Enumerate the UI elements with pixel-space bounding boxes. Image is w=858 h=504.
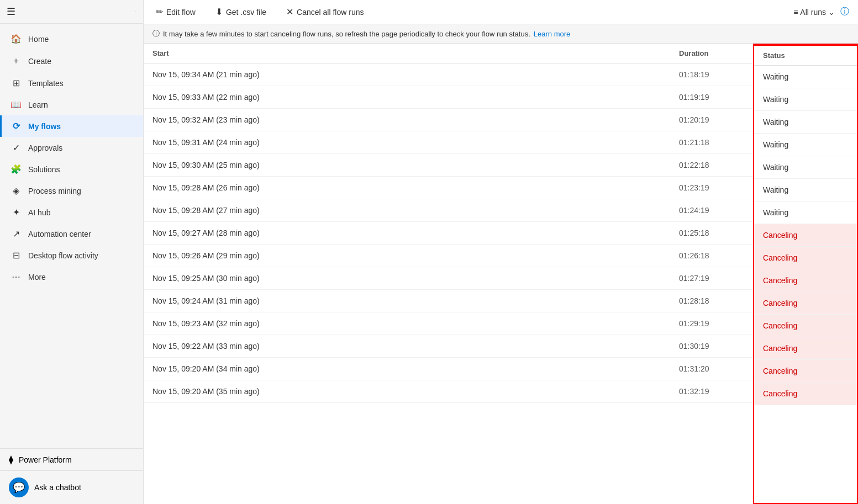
table-row[interactable]: Nov 15, 09:24 AM (31 min ago) 01:28:18 xyxy=(144,290,753,312)
all-runs-label: All runs xyxy=(800,8,826,17)
toolbar-info-icon[interactable]: ⓘ xyxy=(840,6,849,18)
hamburger-icon[interactable]: ☰ xyxy=(7,6,15,18)
status-panel: Status WaitingWaitingWaitingWaitingWaiti… xyxy=(753,44,858,504)
table-row[interactable]: Nov 15, 09:30 AM (25 min ago) 01:22:18 xyxy=(144,154,753,177)
chatbot-label: Ask a chatbot xyxy=(34,483,81,492)
table-row[interactable]: Nov 15, 09:28 AM (27 min ago) 01:24:19 xyxy=(144,199,753,222)
sidebar-top: ☰ · xyxy=(0,0,143,24)
cell-start: Nov 15, 09:22 AM (33 min ago) xyxy=(144,335,670,358)
sidebar-item-more[interactable]: ⋯More xyxy=(0,266,143,288)
status-cell: Waiting xyxy=(754,201,857,224)
solutions-icon: 🧩 xyxy=(10,164,22,174)
download-icon: ⬇ xyxy=(215,7,223,17)
sidebar-item-learn[interactable]: 📖Learn xyxy=(0,94,143,115)
cell-duration: 01:30:19 xyxy=(670,335,753,358)
cell-duration: 01:28:18 xyxy=(670,290,753,312)
sidebar-dot: · xyxy=(135,9,136,14)
table-row[interactable]: Nov 15, 09:23 AM (32 min ago) 01:29:19 xyxy=(144,312,753,335)
status-cell: Canceling xyxy=(754,292,857,315)
table-row[interactable]: Nov 15, 09:20 AM (35 min ago) 01:32:19 xyxy=(144,380,753,403)
table-row[interactable]: Nov 15, 09:33 AM (22 min ago) 01:19:19 xyxy=(144,86,753,109)
all-runs-button[interactable]: ≡ All runs ⌄ xyxy=(793,8,835,17)
sidebar-bottom: 💬 Ask a chatbot xyxy=(0,470,143,504)
sidebar-nav: 🏠Home＋Create⊞Templates📖Learn⟳My flows✓Ap… xyxy=(0,24,143,448)
approvals-icon: ✓ xyxy=(10,142,22,153)
cell-start: Nov 15, 09:20 AM (34 min ago) xyxy=(144,358,670,380)
edit-flow-button[interactable]: ✏ Edit flow xyxy=(152,4,199,19)
cell-duration: 01:22:18 xyxy=(670,154,753,177)
chevron-down-icon: ⌄ xyxy=(828,8,835,17)
table-area: Start Duration Nov 15, 09:34 AM (21 min … xyxy=(144,44,858,504)
table-row[interactable]: Nov 15, 09:27 AM (28 min ago) 01:25:18 xyxy=(144,222,753,245)
sidebar-item-solutions[interactable]: 🧩Solutions xyxy=(0,158,143,180)
sidebar-item-label: Process mining xyxy=(28,187,81,195)
status-cell: Canceling xyxy=(754,269,857,292)
cell-start: Nov 15, 09:32 AM (23 min ago) xyxy=(144,109,670,131)
cell-start: Nov 15, 09:26 AM (29 min ago) xyxy=(144,245,670,267)
more-icon: ⋯ xyxy=(10,272,22,282)
sidebar-item-create[interactable]: ＋Create xyxy=(0,50,143,72)
edit-flow-label: Edit flow xyxy=(166,8,196,17)
info-bar: ⓘ It may take a few minutes to start can… xyxy=(144,24,858,44)
sidebar-item-label: Automation center xyxy=(28,230,91,238)
get-csv-button[interactable]: ⬇ Get .csv file xyxy=(212,4,270,19)
main-content: ✏ Edit flow ⬇ Get .csv file ✕ Cancel all… xyxy=(144,0,858,504)
table-row[interactable]: Nov 15, 09:26 AM (29 min ago) 01:26:18 xyxy=(144,245,753,267)
table-row[interactable]: Nov 15, 09:28 AM (26 min ago) 01:23:19 xyxy=(144,177,753,199)
my-flows-icon: ⟳ xyxy=(10,121,22,131)
status-cell: Canceling xyxy=(754,224,857,247)
table-row[interactable]: Nov 15, 09:22 AM (33 min ago) 01:30:19 xyxy=(144,335,753,358)
sidebar-item-label: Learn xyxy=(28,100,48,109)
cell-start: Nov 15, 09:30 AM (25 min ago) xyxy=(144,154,670,177)
sidebar-item-approvals[interactable]: ✓Approvals xyxy=(0,137,143,158)
cell-start: Nov 15, 09:27 AM (28 min ago) xyxy=(144,222,670,245)
cell-duration: 01:26:18 xyxy=(670,245,753,267)
table-row[interactable]: Nov 15, 09:34 AM (21 min ago) 01:18:19 xyxy=(144,63,753,86)
sidebar-item-ai-hub[interactable]: ✦AI hub xyxy=(0,201,143,223)
table-row[interactable]: Nov 15, 09:32 AM (23 min ago) 01:20:19 xyxy=(144,109,753,131)
status-cell: Canceling xyxy=(754,247,857,269)
sidebar-item-label: Templates xyxy=(28,79,64,88)
cell-start: Nov 15, 09:28 AM (26 min ago) xyxy=(144,177,670,199)
power-platform-item[interactable]: ⧫ Power Platform xyxy=(0,448,143,470)
toolbar: ✏ Edit flow ⬇ Get .csv file ✕ Cancel all… xyxy=(144,0,858,24)
sidebar-item-label: Home xyxy=(28,35,49,44)
sidebar-item-home[interactable]: 🏠Home xyxy=(0,28,143,50)
learn-more-link[interactable]: Learn more xyxy=(534,30,570,38)
table-row[interactable]: Nov 15, 09:20 AM (34 min ago) 01:31:20 xyxy=(144,358,753,380)
sidebar-item-my-flows[interactable]: ⟳My flows xyxy=(0,115,143,137)
cell-start: Nov 15, 09:31 AM (24 min ago) xyxy=(144,131,670,154)
sidebar-item-label: Solutions xyxy=(28,165,60,174)
sidebar-item-label: Create xyxy=(28,57,51,66)
status-cell: Waiting xyxy=(754,134,857,156)
power-platform-label: Power Platform xyxy=(19,455,72,464)
sidebar: ☰ · 🏠Home＋Create⊞Templates📖Learn⟳My flow… xyxy=(0,0,144,504)
cell-duration: 01:21:18 xyxy=(670,131,753,154)
status-cell: Waiting xyxy=(754,66,857,88)
sidebar-item-label: AI hub xyxy=(28,208,50,217)
cell-duration: 01:32:19 xyxy=(670,380,753,403)
sidebar-item-automation-center[interactable]: ↗Automation center xyxy=(0,223,143,245)
templates-icon: ⊞ xyxy=(10,78,22,88)
sidebar-item-process-mining[interactable]: ◈Process mining xyxy=(0,180,143,201)
create-icon: ＋ xyxy=(10,55,22,67)
sidebar-item-desktop-flow-activity[interactable]: ⊟Desktop flow activity xyxy=(0,245,143,266)
status-col-header: Status xyxy=(754,45,857,66)
cell-start: Nov 15, 09:25 AM (30 min ago) xyxy=(144,267,670,290)
automation-center-icon: ↗ xyxy=(10,229,22,239)
sidebar-item-templates[interactable]: ⊞Templates xyxy=(0,72,143,94)
sidebar-item-label: My flows xyxy=(28,122,61,131)
table-row[interactable]: Nov 15, 09:31 AM (24 min ago) 01:21:18 xyxy=(144,131,753,154)
cell-duration: 01:23:19 xyxy=(670,177,753,199)
home-icon: 🏠 xyxy=(10,34,22,44)
cancel-runs-button[interactable]: ✕ Cancel all flow runs xyxy=(283,4,367,19)
cell-start: Nov 15, 09:33 AM (22 min ago) xyxy=(144,86,670,109)
cell-duration: 01:19:19 xyxy=(670,86,753,109)
status-cell: Waiting xyxy=(754,179,857,201)
cell-duration: 01:24:19 xyxy=(670,199,753,222)
sidebar-item-label: Desktop flow activity xyxy=(28,251,98,260)
status-cell: Canceling xyxy=(754,337,857,360)
table-row[interactable]: Nov 15, 09:25 AM (30 min ago) 01:27:19 xyxy=(144,267,753,290)
chatbot-button[interactable]: 💬 xyxy=(9,478,29,497)
cell-duration: 01:31:20 xyxy=(670,358,753,380)
